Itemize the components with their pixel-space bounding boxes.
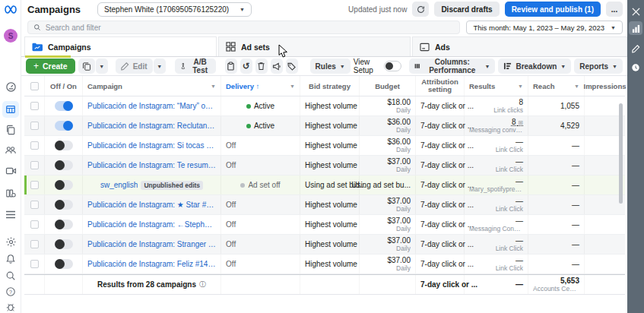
meta-logo-icon[interactable] [0, 5, 21, 14]
header-results[interactable]: Results▼ [464, 76, 528, 96]
campaign-link[interactable]: Publicación de Instagram: Feliz #14defeb… [87, 260, 216, 268]
history-icon[interactable] [629, 61, 642, 74]
campaign-toggle-off[interactable] [55, 141, 73, 150]
row-checkbox[interactable] [30, 181, 39, 189]
all-tools-icon[interactable] [0, 210, 21, 219]
campaign-link[interactable]: Publicación de Instagram: Te resumo mi c… [87, 161, 216, 169]
tab-campaigns[interactable]: Campaigns [24, 36, 217, 56]
row-checkbox[interactable] [30, 102, 39, 110]
campaign-link[interactable]: Publicación de Instagram: “Mary” on Spot… [87, 102, 216, 110]
info-icon[interactable]: ⓘ [199, 280, 206, 289]
results-type: Messaging Conversa... [469, 225, 523, 232]
budget-period: Daily [396, 126, 411, 134]
date-range-selector[interactable]: This month: May 1, 2023 – May 29, 2023 ▼ [466, 21, 623, 34]
breakdown-button[interactable]: Breakdown ▼ [498, 58, 571, 74]
campaign-link[interactable]: sw_english [100, 181, 138, 189]
tag-button[interactable] [286, 58, 298, 74]
row-checkbox[interactable] [30, 240, 39, 248]
header-campaign[interactable]: Campaign▼ [82, 76, 220, 96]
chevron-down-icon: ▼ [484, 64, 490, 69]
refresh-button[interactable] [412, 2, 429, 17]
notifications-icon[interactable] [0, 254, 21, 264]
header-bid-strategy[interactable]: Bid strategy [300, 76, 359, 96]
row-checkbox[interactable] [30, 141, 39, 150]
bid-strategy: Highest volume [305, 161, 354, 169]
columns-button[interactable]: Columns: Performance ▼ [409, 58, 496, 74]
table-row: Publicación de Instagram: “Mary” on Spot… [24, 96, 625, 116]
header-delivery[interactable]: Delivery ↑▼ [220, 76, 300, 96]
campaign-link[interactable]: Publicación de Instagram: Stranger Thing… [87, 240, 216, 248]
discard-drafts-button[interactable]: Discard drafts [434, 2, 499, 17]
campaign-toggle-off[interactable] [55, 220, 73, 229]
header-budget[interactable]: Budget [359, 76, 415, 96]
select-all-checkbox[interactable] [30, 82, 39, 90]
account-overview-icon[interactable] [0, 81, 21, 93]
campaign-link[interactable]: Publicación de Instagram: Reclutando gui… [87, 122, 216, 130]
campaign-link[interactable]: Publicación de Instagram: ←Stephen White… [87, 220, 216, 229]
row-checkbox[interactable] [30, 122, 39, 130]
campaign-toggle-off[interactable] [55, 200, 73, 210]
view-setup-toggle[interactable] [384, 61, 401, 71]
tab-ads[interactable]: Ads [412, 36, 627, 56]
main-content: Campaigns Stephen White (170695057612522… [21, 0, 627, 313]
plus-icon: + [33, 61, 39, 71]
campaign-toggle-on[interactable] [55, 101, 73, 111]
campaign-toggle-off[interactable] [55, 259, 73, 269]
close-icon[interactable] [629, 5, 642, 18]
row-checkbox[interactable] [30, 161, 39, 169]
promote-button[interactable] [271, 58, 283, 74]
reach-value: — [572, 181, 579, 189]
tab-ad-sets[interactable]: Ad sets [218, 36, 411, 56]
campaigns-nav-icon[interactable] [0, 101, 21, 118]
bug-report-icon[interactable] [0, 302, 21, 312]
pages-icon[interactable] [0, 125, 21, 135]
billing-icon[interactable] [0, 188, 21, 198]
rules-button[interactable]: Rules ▼ [310, 58, 351, 74]
help-icon[interactable]: ? [0, 286, 21, 297]
header-impressions[interactable]: Impressions [584, 76, 625, 96]
header-reach[interactable]: Reach▼ [528, 76, 584, 96]
row-checkbox[interactable] [30, 260, 39, 268]
campaign-toggle-off[interactable] [55, 180, 73, 190]
campaign-toggle-off[interactable] [55, 239, 73, 249]
edit-panel-icon[interactable] [629, 42, 642, 55]
create-button[interactable]: + Create [26, 58, 75, 74]
search-input[interactable] [46, 24, 455, 32]
trash-icon [257, 62, 265, 71]
ads-reporting-icon[interactable] [0, 166, 21, 175]
search-nav-icon[interactable] [0, 270, 21, 281]
edit-menu-button[interactable]: ▼ [154, 58, 166, 74]
budget-period: Daily [396, 205, 411, 213]
vertical-scrollbar[interactable] [619, 103, 623, 204]
header-attribution[interactable]: Attribution setting [415, 76, 464, 96]
results-type: Mary_spotifypresave [469, 185, 523, 193]
pin-button[interactable] [225, 58, 237, 74]
row-checkbox[interactable] [30, 220, 39, 229]
edit-button[interactable]: Edit [116, 58, 153, 74]
user-avatar[interactable]: S [0, 29, 21, 43]
undo-button[interactable]: ↺ [240, 58, 252, 74]
search-box[interactable] [27, 21, 460, 34]
tab-campaigns-label: Campaigns [48, 43, 91, 52]
settings-icon[interactable] [0, 236, 21, 248]
duplicate-button[interactable] [78, 58, 95, 74]
campaign-link[interactable]: Publicación de Instagram: ★ Star #1 albu… [87, 201, 216, 209]
account-selector[interactable]: Stephen White (1706950576125220) ▼ [97, 2, 252, 17]
bid-strategy: Highest volume [305, 141, 354, 150]
charts-icon[interactable] [629, 21, 642, 35]
table-header: Off / On Campaign▼ Delivery ↑▼ Bid strat… [24, 76, 625, 96]
row-checkbox[interactable] [30, 201, 39, 209]
review-publish-button[interactable]: Review and publish (1) [505, 2, 601, 17]
audiences-icon[interactable] [0, 145, 21, 155]
reports-button[interactable]: Reports ▼ [574, 58, 623, 74]
more-options-button[interactable]: ... [606, 2, 623, 17]
results-value: 8 [512, 118, 516, 126]
campaign-link[interactable]: Publicación de Instagram: Si tocas como … [87, 141, 216, 150]
budget-value: Using ad set bu... [351, 181, 411, 189]
campaign-toggle-off[interactable] [55, 160, 73, 170]
campaign-toggle-on[interactable] [55, 121, 73, 131]
delete-button[interactable] [255, 58, 268, 74]
select-all-checkbox-cell[interactable] [24, 76, 44, 96]
duplicate-menu-button[interactable]: ▼ [96, 58, 108, 74]
ab-test-button[interactable]: A/B Test [175, 58, 216, 74]
